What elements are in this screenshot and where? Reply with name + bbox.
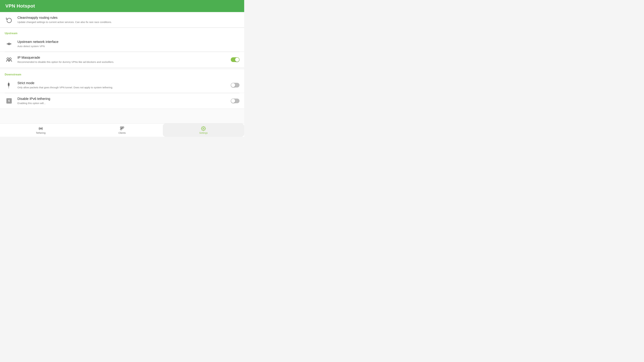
badge-6-icon: 6 xyxy=(6,98,12,104)
downstream-header: Downstream xyxy=(0,69,244,77)
bottom-navigation: Tethering Clients Settings xyxy=(0,123,244,137)
upstream-section: Upstream Upstream network interface Auto… xyxy=(0,28,244,67)
svg-rect-6 xyxy=(8,84,9,85)
strict-mode-item[interactable]: Strict mode Only allow packets that goes… xyxy=(0,77,244,93)
nav-clients[interactable]: Clients xyxy=(81,123,163,137)
clean-reapply-item[interactable]: Clean/reapply routing rules Update chang… xyxy=(0,12,244,28)
clients-icon xyxy=(120,126,124,131)
disable-ipv6-subtitle: Enabling this option will... xyxy=(18,101,228,105)
disable-ipv6-action[interactable] xyxy=(231,98,240,103)
network-interface-subtitle: Auto detect system VPN xyxy=(18,44,240,48)
strict-mode-title: Strict mode xyxy=(18,81,228,85)
ip-masquerade-subtitle: Recommended to disable this option for d… xyxy=(18,60,228,64)
svg-point-4 xyxy=(9,58,11,60)
ip-masquerade-item[interactable]: IP Masquerade Recommended to disable thi… xyxy=(0,52,244,67)
network-interface-text: Upstream network interface Auto detect s… xyxy=(18,40,240,48)
clean-reapply-text: Clean/reapply routing rules Update chang… xyxy=(18,16,240,24)
masquerade-icon xyxy=(5,55,14,64)
clean-reapply-subtitle: Update changed settings to current activ… xyxy=(18,20,240,24)
ip-masquerade-toggle[interactable] xyxy=(231,57,240,62)
upstream-title: Upstream xyxy=(5,32,18,35)
disable-ipv6-toggle[interactable] xyxy=(231,98,240,103)
strict-mode-icon xyxy=(5,81,14,89)
strict-mode-subtitle: Only allow packets that goes through VPN… xyxy=(18,86,228,89)
svg-point-14 xyxy=(203,128,204,129)
disable-ipv6-title: Disable IPv6 tethering xyxy=(18,97,228,101)
network-interface-icon xyxy=(5,39,14,48)
disable-ipv6-item[interactable]: 6 Disable IPv6 tethering Enabling this o… xyxy=(0,93,244,109)
strict-mode-toggle[interactable] xyxy=(231,83,240,87)
svg-point-7 xyxy=(40,128,41,129)
nav-tethering[interactable]: Tethering xyxy=(0,123,81,137)
refresh-icon xyxy=(5,15,14,24)
disable-ipv6-icon: 6 xyxy=(5,96,14,105)
ip-masquerade-action[interactable] xyxy=(231,57,240,62)
ip-masquerade-title: IP Masquerade xyxy=(18,56,228,59)
disable-ipv6-text: Disable IPv6 tethering Enabling this opt… xyxy=(18,97,228,105)
main-content: Clean/reapply routing rules Update chang… xyxy=(0,12,244,123)
settings-label: Settings xyxy=(199,132,208,134)
strict-mode-action[interactable] xyxy=(231,83,240,87)
clients-label: Clients xyxy=(118,132,126,134)
strict-mode-text: Strict mode Only allow packets that goes… xyxy=(18,81,228,89)
network-interface-title: Upstream network interface xyxy=(18,40,240,44)
app-bar-title: VPN Hotspot xyxy=(5,3,35,9)
upstream-header: Upstream xyxy=(0,28,244,36)
app-bar: VPN Hotspot xyxy=(0,0,244,12)
clean-reapply-title: Clean/reapply routing rules xyxy=(18,16,240,19)
tethering-label: Tethering xyxy=(36,132,46,134)
downstream-section: Downstream Strict mode Only allow packet… xyxy=(0,69,244,109)
tethering-icon xyxy=(38,126,43,131)
nav-settings[interactable]: Settings xyxy=(163,123,244,137)
strict-mode-toggle-knob xyxy=(231,83,235,87)
downstream-title: Downstream xyxy=(5,73,21,76)
settings-icon xyxy=(201,126,206,131)
ip-masquerade-toggle-knob xyxy=(235,58,239,62)
upstream-network-interface-item[interactable]: Upstream network interface Auto detect s… xyxy=(0,36,244,52)
svg-point-3 xyxy=(7,58,9,60)
disable-ipv6-toggle-knob xyxy=(231,99,235,103)
ip-masquerade-text: IP Masquerade Recommended to disable thi… xyxy=(18,56,228,64)
svg-rect-5 xyxy=(8,84,9,84)
